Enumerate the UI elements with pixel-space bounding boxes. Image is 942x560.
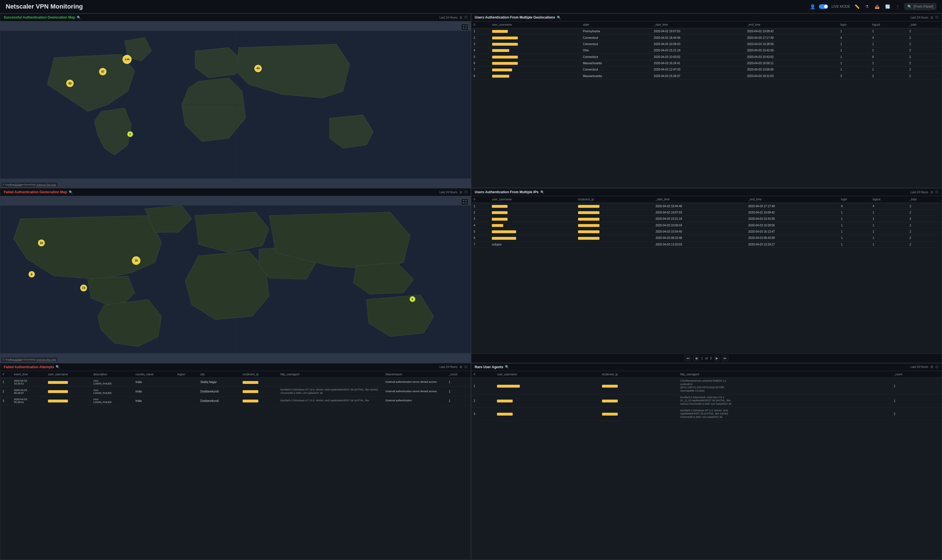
map-expand-button[interactable]: ⛶ bbox=[461, 24, 468, 31]
multiple-ips-table-body: 1 2020-04-02 18:44:46 2020-04-03 17:17:4… bbox=[471, 203, 942, 248]
panel-filter-icon[interactable]: ☰ bbox=[931, 191, 933, 194]
col-description: description bbox=[91, 371, 133, 378]
last-page-button[interactable]: ⏭ bbox=[722, 355, 728, 361]
panel-info-icon[interactable]: ⓘ bbox=[465, 365, 467, 369]
cell-state: Connecticut bbox=[580, 66, 651, 73]
table-row: 3 Connecticut 2020-04-03 10:09:43 2020-0… bbox=[471, 41, 942, 47]
cell-country: India bbox=[133, 386, 175, 396]
cell-count: 1 bbox=[446, 397, 471, 405]
panel-filter-icon[interactable]: ☰ bbox=[460, 365, 462, 368]
cell-country: India bbox=[133, 378, 175, 386]
panel-filter-icon[interactable]: ☰ bbox=[931, 16, 933, 19]
map-marker-35k[interactable]: 3.5k bbox=[122, 55, 132, 64]
map-marker-40[interactable]: 40 bbox=[66, 80, 74, 87]
search-icon: 🔍 bbox=[907, 5, 912, 9]
cell-end: 2020-04-03 10:43:02 bbox=[745, 54, 838, 60]
cell-start: 2020-04-02 18:44:46 bbox=[653, 203, 746, 209]
rare-user-agents-controls: Last 24 Hours ☰ ⓘ bbox=[911, 365, 938, 369]
cell-username bbox=[490, 60, 580, 66]
map-marker-8[interactable]: 8 bbox=[29, 271, 35, 277]
table-row: 3 2020-04-03 15:21:19 2020-04-03 15:42:5… bbox=[471, 216, 942, 222]
cell-region bbox=[175, 386, 198, 396]
table-row: 5 2020-04-03 15:54:40 2020-04-03 16:13:4… bbox=[471, 228, 942, 235]
map-marker-6[interactable]: 6 bbox=[409, 296, 416, 302]
cell-end: 2020-04-03 10:28:56 bbox=[746, 222, 839, 228]
table-row: 1 CitrixReceiver/com.zenprise build/20.1… bbox=[471, 378, 942, 394]
mapbox-logo: ⬡ mapbox bbox=[9, 358, 22, 362]
table-header-row: # user_username state _start_time _end_t… bbox=[471, 22, 942, 28]
map-marker-2[interactable]: 2 bbox=[127, 131, 133, 137]
panel-filter-icon[interactable]: ☰ bbox=[460, 16, 462, 19]
panel-filter-icon[interactable]: ☰ bbox=[931, 365, 933, 368]
zoom-icon[interactable]: 🔍 bbox=[77, 16, 81, 19]
col-event-time: event_time bbox=[12, 371, 46, 378]
cell-start: 2020-04-02 18:44:46 bbox=[651, 35, 745, 41]
panel-info-icon[interactable]: ⓘ bbox=[936, 190, 938, 194]
cell-login: 1 bbox=[839, 241, 870, 248]
zoom-icon[interactable]: 🔍 bbox=[505, 365, 509, 369]
panel-info-icon[interactable]: ⓘ bbox=[465, 190, 467, 194]
cell-end: 2020-04-03 10:28:56 bbox=[745, 41, 838, 47]
live-mode-label: LIVE MODE bbox=[831, 5, 850, 9]
table-row: 4 2020-04-03 10:09:43 2020-04-03 10:28:5… bbox=[471, 222, 942, 228]
multiple-ips-panel: Users Authentication From Multiple IPs 🔍… bbox=[471, 188, 942, 363]
panel-search-label: [From Panel] bbox=[913, 5, 933, 9]
cell-start: 2020-04-03 12:47:03 bbox=[651, 66, 745, 73]
cell-login: 4 bbox=[838, 35, 870, 41]
cell-count: 1 bbox=[891, 394, 942, 407]
cell-failure: External authentication bbox=[383, 397, 446, 405]
prev-page-button[interactable]: ◀ bbox=[693, 355, 699, 361]
multiple-ips-table: # user_username srcdevice_ip _start_time… bbox=[471, 196, 942, 248]
map-marker-10[interactable]: 10 bbox=[38, 240, 45, 246]
cell-event-time: 2020-04-03 05:28:47 bbox=[12, 386, 46, 396]
cell-total: 2 bbox=[907, 73, 942, 79]
live-mode-toggle[interactable] bbox=[819, 4, 828, 9]
table-row: 2 Connecticut 2020-04-02 18:44:46 2020-0… bbox=[471, 35, 942, 41]
cell-srcip bbox=[240, 378, 278, 386]
cell-end: 2020-04-03 18:22:03 bbox=[745, 73, 838, 79]
cell-start: 2020-04-03 15:54:40 bbox=[653, 228, 746, 235]
cell-login: 1 bbox=[839, 216, 870, 222]
export-icon[interactable]: 📤 bbox=[873, 3, 880, 10]
refresh-icon[interactable]: 🔄 bbox=[884, 3, 891, 10]
map-expand-button[interactable]: ⛶ bbox=[461, 198, 468, 205]
cell-srcip bbox=[576, 235, 653, 241]
panel-search-box[interactable]: 🔍 [From Panel] bbox=[904, 3, 936, 10]
cell-username bbox=[489, 216, 576, 222]
next-page-button[interactable]: ▶ bbox=[714, 355, 720, 361]
panel-info-icon[interactable]: ⓘ bbox=[465, 15, 467, 19]
panel-filter-icon[interactable]: ☰ bbox=[460, 191, 462, 194]
zoom-icon[interactable]: 🔍 bbox=[69, 190, 73, 194]
first-page-button[interactable]: ⏮ bbox=[685, 355, 691, 361]
cell-total: 2 bbox=[907, 216, 942, 222]
cell-event-time: 2020-04-03 10:25:51 bbox=[12, 378, 46, 386]
edit-icon[interactable]: ✏️ bbox=[854, 3, 860, 10]
map-marker-1k[interactable]: 1k bbox=[132, 256, 140, 265]
table-header-row: # user_username srcdevice_ip http_userag… bbox=[471, 371, 942, 378]
cell-srcip bbox=[576, 228, 653, 235]
cell-username: srdupre bbox=[489, 241, 576, 248]
more-icon[interactable]: ⋮ bbox=[894, 3, 901, 10]
col-total: _total bbox=[907, 196, 942, 203]
panel-info-icon[interactable]: ⓘ bbox=[936, 15, 938, 19]
col-count: _count bbox=[891, 371, 942, 378]
table-row: 1 2020-04-03 10:25:51 AAA LOGIN_FAILED I… bbox=[0, 378, 471, 386]
map-marker-16[interactable]: 16 bbox=[80, 285, 87, 291]
zoom-icon[interactable]: 🔍 bbox=[557, 16, 561, 19]
zoom-icon[interactable]: 🔍 bbox=[55, 365, 60, 369]
cell-total: 2 bbox=[907, 222, 942, 228]
panel-info-icon[interactable]: ⓘ bbox=[936, 365, 938, 369]
cell-login: 1 bbox=[838, 54, 870, 60]
cell-total: 2 bbox=[907, 209, 942, 215]
zoom-icon[interactable]: 🔍 bbox=[540, 190, 544, 194]
rare-user-agents-header: Rare User Agents 🔍 Last 24 Hours ☰ ⓘ bbox=[471, 363, 942, 371]
mapbox-logo: ⬡ mapbox bbox=[9, 183, 22, 187]
cell-srcip bbox=[576, 209, 653, 215]
cell-num: 1 bbox=[471, 203, 489, 209]
cell-failure: External authentication server denied ac… bbox=[383, 386, 446, 396]
cell-username bbox=[490, 73, 580, 79]
table-row: 2 Mozilla/5.0 (Macintosh; Intel Mac OS X… bbox=[471, 394, 942, 407]
map-marker-44[interactable]: 44 bbox=[254, 65, 262, 72]
filter-icon[interactable]: ⚗ bbox=[864, 3, 870, 10]
multiple-geolocations-controls: Last 24 Hours ☰ ⓘ bbox=[911, 15, 938, 19]
